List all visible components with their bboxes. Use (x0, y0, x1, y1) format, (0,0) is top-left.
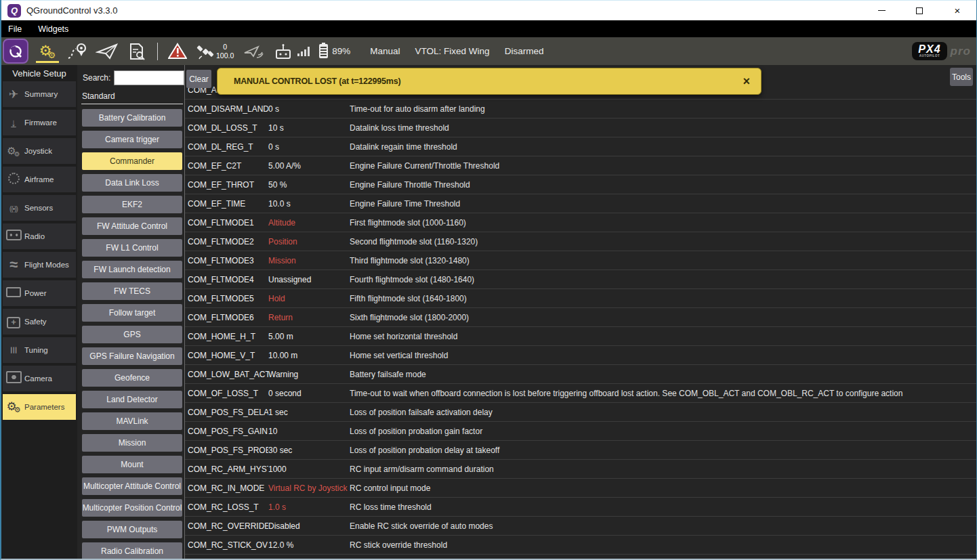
table-row[interactable]: COM_FLTMODE1 Altitude First flightmode s… (185, 213, 976, 232)
table-row[interactable]: COM_DISARM_LAND 0 s Time-out for auto di… (185, 100, 976, 119)
table-row[interactable]: COM_FLTMODE4 Unassigned Fourth flightmod… (185, 270, 976, 289)
toolbar: ⚙⚙ (1, 37, 976, 65)
telemetry-rssi-indicator[interactable] (243, 44, 265, 59)
parameter-group-button[interactable]: GPS Failure Navigation (82, 347, 182, 365)
plan-view-button[interactable] (62, 37, 92, 65)
battery-indicator[interactable]: 89% (319, 44, 358, 58)
param-value: Virtual RC by Joystick (268, 483, 350, 493)
sidebar-item[interactable]: Safety (3, 309, 76, 335)
table-row[interactable]: COM_DL_LOSS_T 10 s Datalink loss time th… (185, 119, 976, 137)
parameter-group-button[interactable]: Radio Calibration (82, 542, 182, 560)
table-row[interactable]: COM_EF_THROT 50 % Engine Failure Throttl… (185, 175, 976, 194)
parameter-group-button[interactable]: Multicopter Position Control (82, 499, 182, 517)
sidebar-item[interactable]: Sensors (3, 195, 76, 221)
telemetry-plane-icon (243, 44, 265, 59)
maximize-button[interactable] (900, 1, 938, 20)
message-indicator[interactable] (168, 43, 187, 60)
flight-mode-indicator[interactable]: Manual (370, 46, 400, 56)
param-name: COM_EF_THROT (185, 180, 268, 190)
radio-icon (3, 230, 24, 243)
sidebar-item[interactable]: Tuning (3, 337, 76, 363)
sidebar-item[interactable]: Camera (3, 366, 76, 391)
table-row[interactable]: COM_LOW_BAT_ACT Warning Battery failsafe… (185, 365, 976, 384)
close-button[interactable]: × (938, 1, 976, 20)
table-row[interactable]: COM_DL_REG_T 0 s Datalink regain time th… (185, 137, 976, 156)
battery-percent: 89% (332, 46, 350, 56)
table-row[interactable]: COM_RC_IN_MODE Virtual RC by Joystick RC… (185, 479, 976, 498)
table-row[interactable]: COM_HOME_H_T 5.00 m Home set horizontal … (185, 327, 976, 346)
param-value: 1 sec (268, 408, 350, 417)
parameter-group-button[interactable]: Follow target (82, 304, 182, 322)
parameter-group-button[interactable]: Multicopter Attitude Control (82, 477, 182, 495)
table-row[interactable]: COM_EF_TIME 10.0 s Engine Failure Time T… (185, 194, 976, 213)
armed-state-indicator[interactable]: Disarmed (505, 46, 544, 56)
table-row[interactable]: COM_RC_ARM_HYST 1000 RC input arm/disarm… (185, 460, 976, 479)
parameter-group-button[interactable]: Camera trigger (82, 131, 182, 148)
table-row[interactable]: COM_POS_FS_DELAY 1 sec Loss of position … (185, 403, 976, 422)
table-row[interactable]: COM_POS_FS_PROB 30 sec Loss of position … (185, 441, 976, 460)
param-value: 0 s (268, 142, 350, 152)
sidebar-item[interactable]: Joystick (3, 138, 76, 164)
parameter-group-button[interactable]: Land Detector (82, 391, 182, 408)
param-name: COM_LOW_BAT_ACT (185, 370, 268, 379)
analyze-view-button[interactable] (122, 37, 152, 65)
table-row[interactable]: COM_FLTMODE6 Return Sixth flightmode slo… (185, 308, 976, 327)
fly-view-button[interactable] (92, 37, 122, 65)
vtol-mode-indicator[interactable]: VTOL: Fixed Wing (415, 46, 490, 56)
table-row[interactable]: COM_FLTMODE3 Mission Third flightmode sl… (185, 251, 976, 270)
sidebar-item[interactable]: Parameters (3, 394, 76, 420)
table-row[interactable]: COM_OF_LOSS_T 0 second Time-out to wait … (185, 384, 976, 403)
param-name: COM_OF_LOSS_T (185, 389, 268, 398)
sidebar-item[interactable]: Airframe (3, 167, 76, 192)
param-name: COM_HOME_H_T (185, 332, 268, 341)
satellite-icon (196, 43, 214, 60)
parameter-group-button[interactable]: FW TECS (82, 282, 182, 300)
menu-widgets[interactable]: Widgets (38, 24, 68, 34)
title-bar: Q QGroundControl v3.3.0 × (1, 0, 976, 20)
parameter-group-button[interactable]: PWM Outputs (82, 521, 182, 538)
qgc-home-button[interactable] (3, 39, 28, 64)
sidebar-item[interactable]: Power (3, 280, 76, 306)
parameter-group-button[interactable]: Battery Calibration (82, 109, 182, 127)
gps-hdop-value: 100.0 (216, 51, 234, 60)
param-description: Enable RC stick override of auto modes (350, 521, 976, 531)
sidebar-item[interactable]: Firmware (3, 110, 76, 135)
parameter-group-button[interactable]: EKF2 (82, 196, 182, 213)
tools-button[interactable]: Tools (950, 68, 973, 86)
param-description: Engine Failure Throttle Threshold (350, 180, 976, 190)
parameter-group-button[interactable]: Mission (82, 434, 182, 452)
clear-search-button[interactable]: Clear (186, 70, 211, 88)
parameter-group-button[interactable]: Geofence (82, 369, 182, 387)
table-row[interactable]: COM_RC_STICK_OV 12.0 % RC stick override… (185, 536, 976, 555)
table-row[interactable]: COM_FLTMODE5 Hold Fifth flightmode slot … (185, 289, 976, 308)
table-row[interactable]: COM_FLTMODE2 Position Second flightmode … (185, 232, 976, 251)
parameter-group-button[interactable]: GPS (82, 326, 182, 343)
table-row[interactable]: COM_RC_LOSS_T 1.0 s RC loss time thresho… (185, 498, 976, 517)
sidebar-item[interactable]: Flight Modes (3, 252, 76, 278)
rc-rssi-indicator[interactable] (274, 43, 310, 60)
minimize-button[interactable] (862, 1, 900, 20)
parameter-group-button[interactable]: MAVLink (82, 412, 182, 430)
parameter-group-button[interactable]: FW Launch detection (82, 261, 182, 278)
parameter-group-button[interactable]: Mount (82, 456, 182, 473)
parameter-group-button[interactable]: FW Attitude Control (82, 217, 182, 235)
sidebar-item[interactable]: Summary (3, 81, 76, 107)
px4-brand: PX4 AUTOPILOT pro (912, 42, 971, 61)
sidebar-item[interactable]: Radio (3, 223, 76, 249)
search-input[interactable] (114, 70, 184, 85)
gps-count-value: 0 (223, 43, 227, 51)
search-label: Search: (83, 73, 110, 83)
table-row[interactable]: COM_RC_OVERRIDE Disabled Enable RC stick… (185, 517, 976, 536)
table-row[interactable]: COM_HOME_V_T 10.00 m Home set vertical t… (185, 346, 976, 365)
menu-file[interactable]: File (8, 24, 22, 34)
table-row[interactable]: COM_POS_FS_GAIN 10 Loss of position prob… (185, 422, 976, 441)
parameter-group-button[interactable]: FW L1 Control (82, 239, 182, 257)
banner-close-icon[interactable]: × (743, 75, 750, 87)
gps-indicator[interactable]: 0 100.0 (196, 43, 234, 60)
setup-view-button[interactable]: ⚙⚙ (33, 37, 62, 65)
banner-message: MANUAL CONTROL LOST (at t=122995ms) (234, 77, 400, 86)
parameter-group-button[interactable]: Commander (82, 152, 182, 170)
table-row[interactable]: COM_EF_C2T 5.00 A/% Engine Failure Curre… (185, 156, 976, 175)
parameter-group-button[interactable]: Data Link Loss (82, 174, 182, 192)
rc-signal-bars-icon (297, 46, 310, 56)
